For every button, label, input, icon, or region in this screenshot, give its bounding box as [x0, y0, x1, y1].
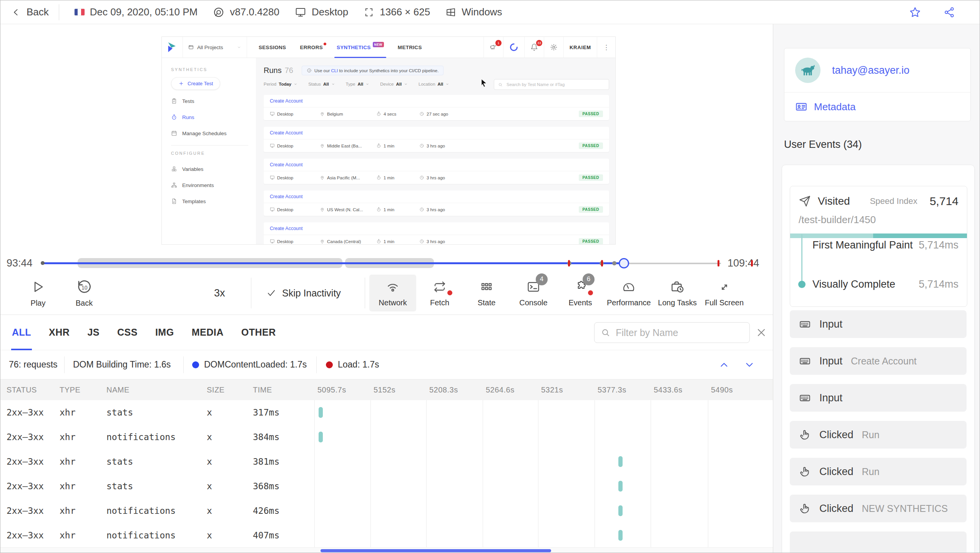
run-title-link[interactable]: Create Account — [264, 95, 609, 108]
run-card[interactable]: Create Account Desktop Middle East (Ba..… — [264, 127, 609, 152]
tool-button[interactable]: Network — [369, 275, 416, 311]
event-marker-dot[interactable] — [612, 261, 616, 265]
replay-nav-tab[interactable]: ERRORS — [300, 37, 323, 58]
run-title-link[interactable]: Create Account — [264, 127, 609, 139]
network-tab[interactable]: JS — [87, 315, 100, 350]
network-tab[interactable]: MEDIA — [192, 315, 224, 350]
request-row[interactable]: 2xx–3xx xhr stats x 368ms — [0, 474, 773, 498]
test-search-box[interactable] — [494, 79, 609, 90]
filter-box[interactable] — [594, 322, 750, 343]
error-marker-tick[interactable] — [751, 260, 753, 267]
cli-link[interactable]: CLI — [331, 68, 338, 73]
create-test-button[interactable]: Create Test — [171, 77, 220, 90]
request-row[interactable]: 2xx–3xx xhr stats x 381ms — [0, 449, 773, 474]
sidebar-item[interactable]: Environments — [162, 177, 256, 193]
back-ten-button[interactable]: 10 Back — [69, 275, 100, 311]
filter-dropdown[interactable]: Device All — [380, 82, 408, 86]
request-row[interactable]: 2xx–3xx xhr stats x 317ms — [0, 400, 773, 425]
filter-dropdown[interactable]: Status All — [308, 82, 335, 86]
sidebar-item[interactable]: Runs — [162, 109, 256, 125]
tool-button[interactable]: Full Screen — [701, 275, 748, 311]
run-device: Desktop — [270, 175, 320, 180]
banner-text: Use our CLI to include your Synthetics i… — [314, 68, 439, 73]
run-card[interactable]: Create Account Desktop Canada (Central) … — [264, 222, 609, 244]
test-search-input[interactable] — [506, 82, 605, 87]
progress-dark-segment — [873, 233, 967, 238]
dom-content-loaded: DOMContentLoaded: 1.7s — [184, 356, 317, 373]
sidebar-item[interactable]: Templates — [162, 193, 256, 209]
tool-button[interactable]: 4 Console — [510, 275, 557, 311]
replay-nav-tab[interactable]: SESSIONS — [259, 37, 286, 58]
user-event-item[interactable]: Clicked NEW SYNTHETICS — [790, 495, 967, 522]
favorite-star-icon[interactable] — [909, 6, 921, 18]
user-event-item[interactable]: Clicked Run — [790, 458, 967, 485]
run-title-link[interactable]: Create Account — [264, 190, 609, 203]
network-tab[interactable]: XHR — [49, 315, 70, 350]
tool-button[interactable]: Performance — [604, 275, 654, 311]
tool-button[interactable]: Fetch — [416, 275, 463, 311]
events-panel: Visited Speed Index 5,714 /test-builder/… — [782, 165, 975, 553]
replay-nav-tab[interactable]: SYNTHETICS NEW — [337, 37, 384, 58]
sidebar-item[interactable]: Tests — [162, 93, 256, 109]
filter-dropdown[interactable]: Period Today — [264, 82, 297, 86]
tool-button[interactable]: Long Tasks — [654, 275, 701, 311]
skip-inactivity-toggle[interactable]: Skip Inactivity — [266, 272, 341, 315]
network-tab[interactable]: ALL — [12, 315, 31, 350]
user-event-item[interactable]: Clicked Run — [790, 421, 967, 449]
user-event-item[interactable]: Input — [790, 310, 967, 338]
row-time: 368ms — [253, 474, 279, 498]
run-details: Desktop Asia Pacific (M... 1 min 3 hrs a… — [264, 171, 609, 184]
metric-row: Visually Complete 5,714ms — [790, 277, 967, 291]
run-card[interactable]: Create Account Desktop US West (N. Cal..… — [264, 190, 609, 216]
user-event-item[interactable]: Input Create Account — [790, 347, 967, 375]
player-timeline[interactable]: 93:44 109:44 — [0, 255, 773, 272]
error-marker-tick[interactable] — [568, 260, 570, 267]
network-tab[interactable]: CSS — [117, 315, 138, 350]
project-selector[interactable]: All Projects — [183, 37, 247, 58]
run-title-link[interactable]: Create Account — [264, 159, 609, 171]
run-title-link[interactable]: Create Account — [264, 222, 609, 235]
id-card-icon — [795, 101, 807, 113]
network-tab[interactable]: IMG — [155, 315, 174, 350]
user-menu[interactable]: KRAIEM — [563, 37, 597, 58]
request-row[interactable]: 2xx–3xx xhr notifications x 426ms — [0, 498, 773, 523]
sidebar-item[interactable]: Variables — [162, 161, 256, 177]
replay-nav-tab[interactable]: METRICS — [398, 37, 422, 58]
back-button[interactable]: Back — [11, 6, 49, 18]
chevron-down-icon[interactable] — [744, 359, 755, 371]
network-tab-label: XHR — [49, 327, 70, 338]
run-card[interactable]: Create Account Desktop Belgium 4 secs 27… — [264, 95, 609, 120]
error-marker-tick[interactable] — [718, 260, 719, 267]
sidebar-item[interactable]: Manage Schedules — [162, 125, 256, 141]
playhead-handle[interactable] — [619, 258, 629, 268]
filter-input[interactable] — [615, 327, 743, 339]
user-event-item[interactable] — [790, 531, 967, 553]
scrollbar-thumb[interactable] — [321, 549, 551, 552]
visited-event-card[interactable]: Visited Speed Index 5,714 /test-builder/… — [790, 186, 967, 307]
tool-button[interactable]: 6 Events — [557, 275, 604, 311]
play-button[interactable]: Play — [23, 275, 53, 311]
notifications-button[interactable]: 33 — [524, 37, 544, 58]
tool-button[interactable]: State — [463, 275, 510, 311]
user-email-link[interactable]: tahay@asayer.io — [832, 65, 910, 76]
share-icon[interactable] — [943, 7, 955, 18]
speed-toggle[interactable]: 3x — [214, 272, 225, 315]
error-marker-tick[interactable] — [601, 260, 603, 267]
filter-dropdown[interactable]: Type All — [346, 82, 370, 86]
request-row[interactable]: 2xx–3xx xhr notifications x 384ms — [0, 425, 773, 449]
user-event-item[interactable]: Input — [790, 384, 967, 412]
close-panel-icon[interactable] — [755, 326, 767, 339]
run-location: US West (N. Cal... — [320, 207, 376, 212]
metric-dot — [798, 281, 806, 288]
metadata-button[interactable]: Metadata — [784, 93, 970, 121]
kebab-menu[interactable]: ⋮ — [597, 37, 615, 58]
network-tab[interactable]: OTHER — [241, 315, 276, 350]
filter-dropdown[interactable]: Location All — [419, 82, 449, 86]
chevron-up-icon[interactable] — [718, 359, 730, 371]
runs-title: Runs — [264, 66, 282, 75]
file-document-icon — [171, 198, 177, 204]
run-card[interactable]: Create Account Desktop Asia Pacific (M..… — [264, 159, 609, 184]
announcements-button[interactable]: 1 — [483, 37, 503, 58]
settings-button[interactable] — [544, 37, 563, 58]
request-row[interactable]: 2xx–3xx xhr notifications x 407ms — [0, 523, 773, 548]
